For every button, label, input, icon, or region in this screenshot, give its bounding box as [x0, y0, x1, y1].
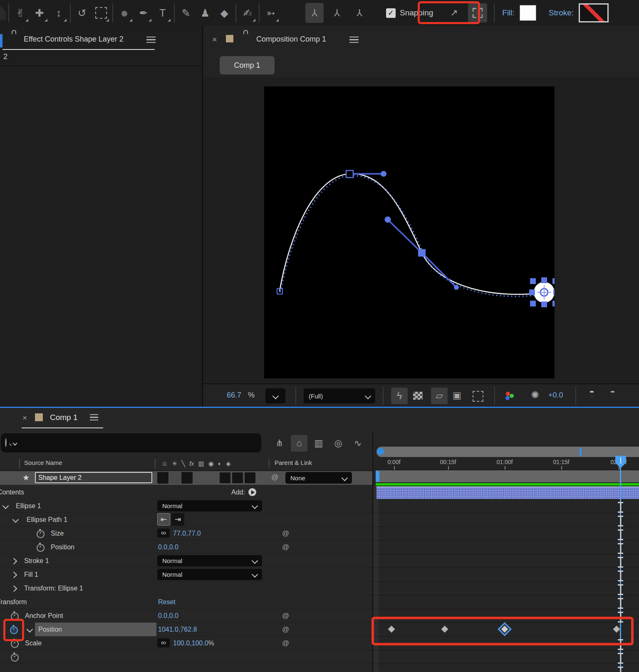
- link-dimensions-icon[interactable]: ∞: [157, 638, 170, 647]
- composition-tab[interactable]: Composition Comp 1: [256, 35, 326, 44]
- reverse-path-on-icon[interactable]: ⇥: [171, 513, 184, 526]
- bezier-handle-dot[interactable]: [385, 217, 391, 223]
- expander-chevron-icon[interactable]: [11, 558, 17, 565]
- property-label[interactable]: Fill 1: [24, 568, 38, 581]
- row-scale[interactable]: Scale∞100.0,100.0%@: [0, 636, 373, 650]
- brush-tool-icon[interactable]: ✎: [176, 2, 196, 24]
- row-stroke-1[interactable]: Stroke 1Normal: [0, 554, 373, 568]
- effect-switch-slot[interactable]: [220, 472, 230, 483]
- zoom-level-value[interactable]: 66.7: [227, 391, 241, 400]
- channel-rgb-icon[interactable]: [506, 392, 510, 396]
- stopwatch-icon[interactable]: [11, 654, 19, 662]
- puppet-pin-tool-icon[interactable]: ➳: [261, 2, 280, 24]
- local-axis-mode-icon[interactable]: ⅄: [305, 3, 324, 23]
- draft-3d-icon[interactable]: ⌂: [291, 435, 307, 452]
- fast-preview-icon[interactable]: ϟ: [391, 388, 408, 404]
- expander-chevron-icon[interactable]: [12, 516, 19, 523]
- threed-switch-slot[interactable]: [245, 472, 255, 483]
- parent-pickwhip-icon[interactable]: @: [271, 473, 278, 482]
- hand-tool-icon[interactable]: ✌: [11, 2, 30, 24]
- zoom-dropdown[interactable]: [265, 388, 285, 403]
- add-label[interactable]: Add:: [231, 485, 256, 499]
- rotation-tool-icon[interactable]: ↺: [72, 2, 92, 24]
- graph-editor-icon[interactable]: ∿: [349, 435, 366, 452]
- motion-blur-switch-slot[interactable]: [232, 472, 243, 483]
- pan-camera-tool-icon[interactable]: ✚: [30, 2, 49, 24]
- add-menu-icon[interactable]: [248, 488, 256, 496]
- mini-flowchart-icon[interactable]: ⋔: [271, 435, 288, 452]
- blend-mode-dropdown[interactable]: Normal: [157, 555, 262, 566]
- pen-tool-icon[interactable]: ✒: [134, 2, 153, 24]
- motion-blur-icon[interactable]: ◎: [330, 435, 347, 452]
- property-label[interactable]: Ellipse Path 1: [27, 513, 67, 526]
- path-vertex-solid[interactable]: [418, 249, 426, 257]
- timeline-search-input[interactable]: [1, 433, 261, 452]
- bezier-handle[interactable]: [388, 220, 422, 253]
- roto-brush-tool-icon[interactable]: ✍: [238, 2, 257, 24]
- property-pickwhip-icon[interactable]: @: [282, 526, 289, 540]
- grid-guides-icon[interactable]: [473, 391, 483, 402]
- search-options-chevron-icon[interactable]: [12, 441, 17, 445]
- layer-duration-bar[interactable]: [376, 487, 639, 499]
- expander-chevron-icon[interactable]: [2, 503, 9, 509]
- property-pickwhip-icon[interactable]: @: [282, 636, 289, 650]
- row-fill-1[interactable]: Fill 1Normal: [0, 568, 373, 581]
- exposure-shutter-icon[interactable]: ✺: [531, 389, 539, 401]
- column-source-name[interactable]: Source Name: [24, 459, 62, 466]
- exposure-value[interactable]: +0.0: [548, 391, 563, 400]
- resolution-dropdown[interactable]: (Full): [304, 388, 375, 403]
- stopwatch-icon[interactable]: [37, 530, 45, 538]
- tab-menu-icon[interactable]: [90, 414, 98, 420]
- property-value-reset[interactable]: Reset: [158, 595, 176, 609]
- clone-stamp-tool-icon[interactable]: ♟: [196, 2, 215, 24]
- row-anchor-point[interactable]: Anchor Point0.0,0.0@: [0, 609, 373, 623]
- property-value[interactable]: 100.0,100.0%: [173, 636, 214, 650]
- property-value[interactable]: 1041.0,762.8: [158, 623, 197, 636]
- fill-color-swatch[interactable]: [520, 5, 536, 21]
- view-axis-mode-icon[interactable]: ⅄: [350, 3, 369, 23]
- close-panel-icon[interactable]: ×: [212, 35, 217, 44]
- reverse-path-off-icon[interactable]: ⇤: [157, 513, 170, 526]
- world-axis-mode-icon[interactable]: ⅄: [328, 3, 346, 23]
- property-label[interactable]: Transform: [0, 595, 27, 609]
- quality-switch-icon[interactable]: [181, 472, 193, 484]
- layer-row-shape-layer-2[interactable]: ★ Shape Layer 2 @ None: [0, 471, 373, 485]
- parent-dropdown[interactable]: None: [285, 472, 352, 484]
- path-vertex-square[interactable]: [346, 170, 353, 178]
- property-label[interactable]: Position: [38, 623, 62, 636]
- property-value[interactable]: 0.0,0.0: [158, 609, 178, 623]
- shy-switch-icon[interactable]: [157, 472, 168, 484]
- mask-visibility-icon[interactable]: ▱: [431, 388, 448, 404]
- property-label[interactable]: Size: [51, 526, 64, 540]
- link-dimensions-icon[interactable]: ∞: [157, 529, 170, 538]
- work-area-start-handle[interactable]: [376, 471, 379, 482]
- snapping-checkbox[interactable]: ✓: [386, 8, 396, 18]
- comp-viewer-chip[interactable]: Comp 1: [220, 56, 275, 74]
- panel-menu-icon[interactable]: [349, 37, 359, 43]
- property-label[interactable]: Position: [51, 540, 74, 554]
- layer-name-field[interactable]: Shape Layer 2: [35, 472, 152, 483]
- property-pickwhip-icon[interactable]: @: [282, 623, 289, 636]
- close-tab-icon[interactable]: ×: [22, 413, 27, 422]
- row-position-ellipse[interactable]: Position0.0,0.0@: [0, 540, 373, 554]
- row-position[interactable]: Position1041.0,762.8@: [0, 623, 373, 636]
- property-value[interactable]: 77.0,77.0: [173, 526, 201, 540]
- property-label[interactable]: Anchor Point: [25, 609, 63, 623]
- blend-mode-dropdown[interactable]: Normal: [157, 569, 262, 580]
- property-label[interactable]: Ellipse 1: [16, 499, 41, 513]
- stopwatch-icon[interactable]: [37, 544, 45, 552]
- type-tool-icon[interactable]: T: [153, 2, 172, 24]
- column-parent-link[interactable]: Parent & Link: [275, 459, 312, 466]
- row-size[interactable]: Size∞77.0,77.0@: [0, 526, 373, 540]
- blend-mode-dropdown[interactable]: Normal: [157, 500, 262, 511]
- stroke-color-swatch[interactable]: [579, 3, 609, 22]
- expander-chevron-icon[interactable]: [11, 572, 17, 578]
- property-label[interactable]: Transform: Ellipse 1: [24, 581, 83, 595]
- property-pickwhip-icon[interactable]: @: [282, 540, 289, 554]
- row-ellipse-path-1[interactable]: Ellipse Path 1⇤⇥: [0, 513, 373, 526]
- timeline-tab[interactable]: Comp 1: [50, 413, 78, 422]
- work-area-bar[interactable]: [376, 470, 639, 482]
- transparency-grid-icon[interactable]: [413, 392, 423, 400]
- row-transform[interactable]: TransformReset: [0, 595, 373, 609]
- frame-blending-icon[interactable]: ▥: [310, 435, 327, 452]
